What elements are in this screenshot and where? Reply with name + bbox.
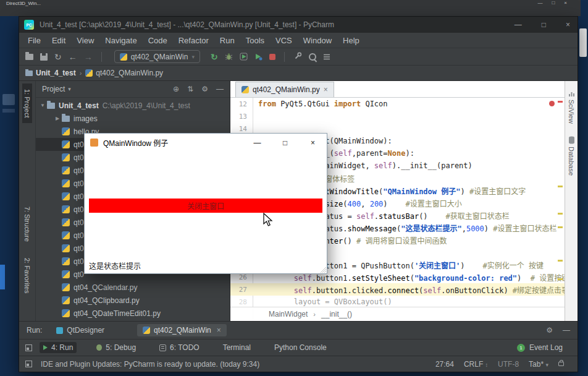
save-all-icon[interactable] (40, 53, 48, 61)
scrollbar-mark[interactable] (558, 260, 563, 262)
toolwindow-button-1-project[interactable]: 1: Project (22, 83, 32, 123)
close-icon[interactable]: × (564, 0, 567, 6)
toolwindow-toggle-icon[interactable] (25, 361, 32, 367)
breadcrumb-qt402-qmainwin-py[interactable]: qt402_QMainWin.py (85, 69, 163, 77)
toolwindow-button-7-structure[interactable]: 7: Structure (22, 201, 32, 247)
dialog-close-button[interactable]: × (299, 134, 327, 152)
close-icon[interactable]: × (324, 85, 328, 94)
menu-run[interactable]: Run (214, 36, 240, 45)
tree-item-qt04-qclipboard-py[interactable]: qt04_QClipboard.py (36, 294, 230, 307)
close-button[interactable]: × (566, 20, 570, 29)
toolwindow-switcher-icon[interactable] (25, 344, 32, 351)
python-file-icon (62, 166, 70, 174)
sciview-icon (568, 91, 575, 97)
toolwindow-button-sciview[interactable]: SciView (568, 91, 575, 124)
menu-navigate[interactable]: Navigate (99, 36, 142, 45)
settings-wrench-button[interactable] (293, 51, 302, 62)
chevron-down-icon[interactable]: ▾ (68, 86, 71, 92)
hide-panel-icon[interactable]: — (216, 85, 224, 93)
run-config-selector[interactable]: qt402_QMainWin ▾ (114, 50, 200, 63)
rerun-button[interactable]: ↻ (211, 53, 218, 61)
run-tab-qtdesigner[interactable]: QtDesigner (51, 324, 110, 336)
gear-icon[interactable]: ⚙ (201, 85, 208, 93)
editor-tab-qt402-qmainwin[interactable]: qt402_QMainWin.py × (235, 82, 334, 97)
minimize-icon[interactable]: — (537, 0, 542, 6)
event-log-button[interactable]: 1 Event Log (517, 343, 563, 352)
python-file-icon (62, 270, 70, 278)
tree-item-unit-4-test[interactable]: ▼Unit_4_test C:\apk\2019_4\Unit_4_test (36, 99, 230, 112)
stop-button[interactable] (269, 54, 275, 60)
line-number[interactable]: 28 (230, 298, 253, 306)
line-number[interactable]: 13 (230, 113, 253, 121)
desktop-icon[interactable] (2, 94, 15, 105)
sync-icon[interactable]: ↻ (54, 53, 62, 61)
expand-icon[interactable]: ▶ (53, 116, 62, 121)
toolwindow-button-database[interactable]: Database (568, 136, 575, 176)
line-number[interactable]: 27 (230, 286, 253, 294)
search-everywhere-icon[interactable] (309, 53, 316, 61)
tree-item-qt04-qcalendar-py[interactable]: qt04_QCalendar.py (36, 281, 230, 294)
breadcrumb-mainwidget[interactable]: MainWidget (269, 310, 308, 318)
tree-item-qt04-qdatetimeedit01-py[interactable]: qt04_QDateTimeEdit01.py (36, 307, 230, 320)
indent-style-selector[interactable]: Tab* ▾ (529, 360, 548, 369)
scrollbar-mark[interactable] (558, 226, 563, 228)
menu-tools[interactable]: Tools (240, 36, 270, 45)
line-number[interactable]: 14 (230, 125, 253, 133)
maximize-icon[interactable]: □ (552, 0, 555, 6)
tool-tab-5-debug[interactable]: 5: Debug (93, 342, 140, 353)
dialog-title-bar[interactable]: QMainWindow 例子 — □ × (85, 134, 327, 152)
hide-panel-icon[interactable]: — (563, 326, 570, 335)
status-message[interactable]: IDE and Plugin Updates: PyCharm is ready… (41, 360, 259, 369)
menu-window[interactable]: Window (298, 36, 337, 45)
open-icon[interactable] (25, 54, 33, 60)
run-tab-qt402-qmainwin[interactable]: qt402_QMainWin× (137, 324, 227, 336)
gear-icon[interactable]: ⚙ (546, 326, 553, 335)
desktop-icon[interactable] (0, 265, 5, 289)
menu-refactor[interactable]: Refactor (173, 36, 214, 45)
menu-file[interactable]: File (22, 36, 46, 45)
resize-grip-icon[interactable] (319, 266, 326, 273)
line-number[interactable]: 12 (230, 100, 253, 108)
close-icon[interactable]: × (217, 326, 221, 335)
menu-help[interactable]: Help (337, 36, 365, 45)
back-icon[interactable]: ← (69, 53, 77, 61)
menu-vcs[interactable]: VCS (270, 36, 298, 45)
sort-icon[interactable]: ⇅ (187, 85, 193, 93)
run-with-coverage-button[interactable] (240, 53, 248, 61)
dialog-maximize-button[interactable]: □ (271, 134, 299, 152)
profiler-button[interactable] (254, 53, 262, 61)
error-indicator-icon[interactable] (549, 101, 555, 106)
debug-button[interactable] (225, 53, 233, 61)
view-options-button[interactable] (323, 51, 330, 62)
file-encoding[interactable]: UTF-8 (498, 360, 519, 369)
tool-tab-python-console[interactable]: Python Console (271, 342, 330, 353)
project-panel-title[interactable]: Project (42, 85, 65, 93)
locate-file-icon[interactable]: ⊕ (173, 85, 179, 93)
tool-tab-4-run[interactable]: 4: Run (40, 342, 77, 353)
scrollbar-mark[interactable] (558, 101, 563, 103)
toolwindow-button-2-favorites[interactable]: 2: Favorites (22, 252, 32, 299)
tool-tab-terminal[interactable]: Terminal (219, 342, 254, 353)
scrollbar-mark[interactable] (558, 213, 563, 215)
tool-tab-6-todo[interactable]: 6: TODO (156, 342, 203, 353)
breadcrumb-init[interactable]: __init__() (321, 310, 352, 318)
minimize-button[interactable]: — (514, 20, 522, 29)
line-number[interactable]: 26 (230, 273, 253, 281)
lock-icon[interactable] (558, 362, 564, 366)
run-panel-label: Run: (27, 326, 42, 335)
menu-edit[interactable]: Edit (46, 36, 71, 45)
close-main-window-button[interactable]: 关闭主窗口 (89, 199, 322, 213)
title-bar[interactable]: PC Unit_4_test [C:\apk\2019_4\Unit_4_tes… (19, 17, 578, 33)
menu-view[interactable]: View (71, 36, 99, 45)
maximize-button[interactable]: □ (542, 20, 546, 29)
collapse-icon[interactable]: ▼ (38, 103, 47, 108)
tree-item-images[interactable]: ▶images (36, 112, 230, 125)
caret-position[interactable]: 27:64 (435, 360, 454, 369)
scrollbar-mark[interactable] (558, 186, 563, 187)
dialog-minimize-button[interactable]: — (243, 134, 271, 152)
breadcrumb-unit-4-test[interactable]: Unit_4_test (25, 69, 76, 77)
menu-code[interactable]: Code (143, 36, 173, 45)
forward-icon[interactable]: → (84, 53, 93, 61)
scrollbar-mark[interactable] (558, 278, 563, 280)
line-ending-selector[interactable]: CRLF ↕ (464, 360, 488, 369)
